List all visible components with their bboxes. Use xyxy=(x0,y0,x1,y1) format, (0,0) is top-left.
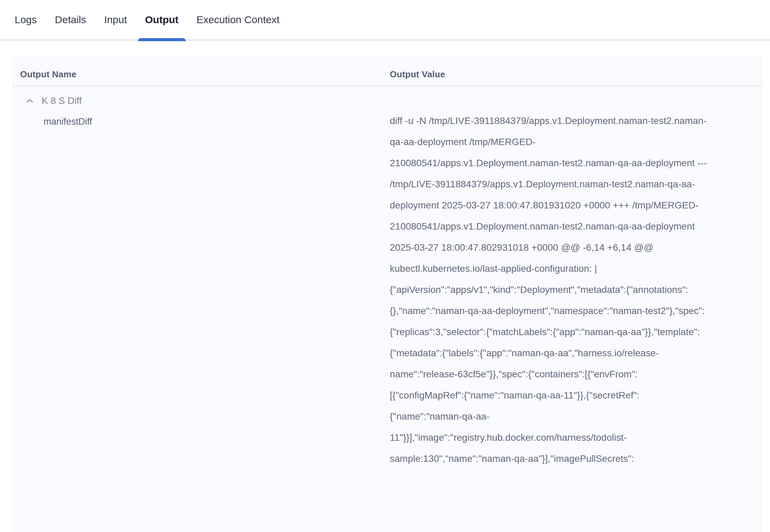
column-header-output-value: Output Value xyxy=(383,69,761,85)
tab-input[interactable]: Input xyxy=(104,0,127,40)
table-row: manifestDiff diff -u -N /tmp/LIVE-391188… xyxy=(13,106,761,469)
tab-logs[interactable]: Logs xyxy=(15,0,37,40)
output-value-text: diff -u -N /tmp/LIVE-3911884379/apps.v1.… xyxy=(390,110,707,469)
output-group-label: K 8 S Diff xyxy=(42,95,82,106)
output-group-row[interactable]: K 8 S Diff xyxy=(13,86,761,106)
output-table-card: Output Name Output Value K 8 S Diff mani… xyxy=(13,56,762,532)
chevron-up-icon[interactable] xyxy=(26,98,33,103)
column-header-output-name: Output Name xyxy=(13,69,383,85)
tab-output[interactable]: Output xyxy=(145,0,179,40)
tab-bar: Logs Details Input Output Execution Cont… xyxy=(0,0,770,41)
tab-execution-context[interactable]: Execution Context xyxy=(197,0,279,40)
tab-details[interactable]: Details xyxy=(55,0,86,40)
output-value-cell: diff -u -N /tmp/LIVE-3911884379/apps.v1.… xyxy=(383,106,761,469)
table-header-row: Output Name Output Value xyxy=(13,57,761,86)
output-name-cell: manifestDiff xyxy=(13,106,383,469)
